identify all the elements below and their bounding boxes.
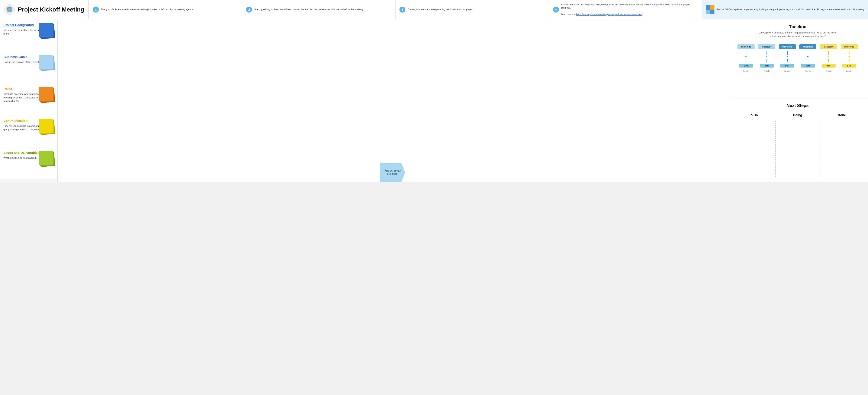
step-2: 2 Start by adding stickies on the 5 sect… xyxy=(242,0,396,19)
sticky-stack-lightblue xyxy=(39,55,54,70)
milestone-dot-6 xyxy=(848,56,850,58)
milestone-stem-1b xyxy=(746,59,746,62)
milestone-col-6: Milestone Date Details xyxy=(839,44,860,72)
step-num-3: 3 xyxy=(399,7,405,12)
kanban-divider-2 xyxy=(819,121,820,177)
milestone-box-6: Milestone xyxy=(841,44,858,49)
sticky-gr-3 xyxy=(39,151,53,165)
sticky-stack-orange xyxy=(39,87,54,102)
date-box-2: Date xyxy=(760,64,774,68)
timeline-section: Timeline Layout project timelines, and n… xyxy=(727,19,868,98)
sticky-ye-3 xyxy=(39,119,53,133)
kanban-header-doing: Doing xyxy=(793,113,802,117)
kanban-header-done: Done xyxy=(838,113,846,117)
milestone-stem-6 xyxy=(849,51,849,55)
step-text-1: The goal of this template is to ensure n… xyxy=(101,8,194,11)
milestone-box-1: Milestone xyxy=(738,44,754,49)
timeline-title: Timeline xyxy=(734,24,862,29)
milestone-stem-1 xyxy=(746,51,746,55)
page-title: Project Kickoff Meeting xyxy=(18,6,84,13)
step-num-2: 2 xyxy=(246,7,252,12)
step-text-3: Gather your team and start planning the … xyxy=(408,8,474,11)
milestone-col-3: Milestone Date Details xyxy=(777,44,798,72)
sticky-or-3 xyxy=(39,87,53,101)
milestone-dot-5 xyxy=(828,56,830,58)
svg-rect-4 xyxy=(710,9,714,14)
details-2: Details xyxy=(764,70,770,72)
sticky-lb-3 xyxy=(39,55,53,69)
details-5: Details xyxy=(826,70,832,72)
milestone-box-2: Milestone xyxy=(758,44,775,49)
logo-icon xyxy=(4,4,15,15)
milestone-col-2: Milestone Date Details xyxy=(756,44,777,72)
kanban-col-todo: To Do xyxy=(734,113,773,177)
kanban-col-doing: Doing xyxy=(778,113,817,177)
next-steps-title: Next Steps xyxy=(734,103,862,108)
center-area: These will be your next steps xyxy=(58,19,727,182)
milestone-stem-2b xyxy=(767,59,767,62)
milestone-stem-3 xyxy=(787,51,787,55)
milestone-dot-4 xyxy=(807,56,809,58)
step-4-link[interactable]: https://conceptboard.com/blog/agile-prod… xyxy=(576,13,642,15)
section-project-background: Project Background Introduce the project… xyxy=(0,19,57,51)
promo-icon xyxy=(706,5,714,14)
milestone-stem-2 xyxy=(767,51,767,55)
header-promo: Get the full Conceptboard experience by … xyxy=(703,0,868,19)
sticky-stack-blue xyxy=(39,23,54,38)
milestone-stem-6b xyxy=(849,59,849,62)
milestone-stem-4 xyxy=(808,51,808,55)
milestone-dot-3 xyxy=(786,56,788,58)
milestone-dot-1 xyxy=(745,56,747,58)
sticky-3 xyxy=(39,23,53,37)
svg-rect-3 xyxy=(706,9,710,14)
next-steps-section: Next Steps To Do Doing Done xyxy=(727,98,868,182)
milestone-stem-5b xyxy=(828,59,829,62)
step-4: 4 Finally, define the next steps and ass… xyxy=(549,0,703,19)
milestones-row: Milestone Date Details Milestone Date xyxy=(736,44,860,72)
milestone-stem-3b xyxy=(787,59,787,62)
left-panel: Project Background Introduce the project… xyxy=(0,19,58,182)
milestone-col-4: Milestone Date Details xyxy=(798,44,818,72)
header-steps: 1 The goal of this template is to ensure… xyxy=(89,0,703,19)
details-3: Details xyxy=(784,70,790,72)
section-scope: Scope and Deliverables What exactly is b… xyxy=(0,147,57,179)
milestone-box-3: Milestone xyxy=(779,44,796,49)
sticky-stack-green xyxy=(39,151,54,166)
step-num-4: 4 xyxy=(553,7,559,12)
arrow-shape: These will be your next steps xyxy=(380,163,405,182)
milestone-col-1: Milestone Date Details xyxy=(736,44,756,72)
header: Project Kickoff Meeting 1 The goal of th… xyxy=(0,0,868,19)
details-6: Details xyxy=(846,70,852,72)
milestone-stem-4b xyxy=(808,59,808,62)
kanban-divider-1 xyxy=(775,121,776,177)
milestone-box-5: Milestone xyxy=(820,44,837,49)
milestone-dot-2 xyxy=(766,56,768,58)
details-4: Details xyxy=(805,70,811,72)
milestone-box-4: Milestone xyxy=(799,44,816,49)
section-communication: Communication How will you continue to c… xyxy=(0,115,57,147)
center-bottom: These will be your next steps xyxy=(58,163,727,182)
step-3: 3 Gather your team and start planning th… xyxy=(396,0,549,19)
date-box-5: Date xyxy=(822,64,836,68)
timeline-subtitle: Layout project timelines, and non-negoti… xyxy=(734,31,862,38)
svg-rect-2 xyxy=(710,5,714,9)
date-box-1: Date xyxy=(739,64,753,68)
svg-rect-1 xyxy=(706,5,710,9)
section-roles: Roles Introduce everyone who is present … xyxy=(0,83,57,115)
milestone-stem-5 xyxy=(828,51,829,55)
step-text-2: Start by adding stickies on the 5 sectio… xyxy=(254,8,364,11)
arrow-text: These will be your next steps xyxy=(381,170,403,175)
sticky-stack-yellow xyxy=(39,119,54,134)
main-content: Project Background Introduce the project… xyxy=(0,19,868,182)
right-panel: Timeline Layout project timelines, and n… xyxy=(727,19,868,182)
kanban-header-todo: To Do xyxy=(749,113,758,117)
step-text-4: Finally, define the next steps and assig… xyxy=(561,3,699,16)
date-box-4: Date xyxy=(801,64,815,68)
logo-area: Project Kickoff Meeting xyxy=(0,0,89,19)
kanban-col-done: Done xyxy=(822,113,862,177)
milestone-col-5: Milestone Date Details xyxy=(818,44,839,72)
date-box-6: Date xyxy=(842,64,856,68)
timeline-line-container xyxy=(736,36,860,36)
step-1: 1 The goal of this template is to ensure… xyxy=(89,0,242,19)
step-num-1: 1 xyxy=(93,7,99,12)
